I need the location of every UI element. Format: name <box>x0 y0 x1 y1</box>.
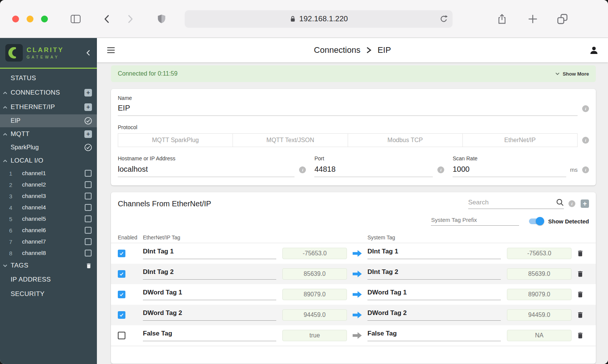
channel-checkbox[interactable] <box>85 170 92 177</box>
sidebar-channel-item[interactable]: 6 channel6 <box>0 225 97 236</box>
channels-title: Channels From EtherNet/IP <box>118 199 211 208</box>
account-button[interactable] <box>589 45 599 55</box>
sidebar-item-local-io[interactable]: LOCAL I/O <box>0 154 97 168</box>
sidebar-item-sparkplug[interactable]: SparkPlug <box>0 141 97 154</box>
tab-overview-button[interactable] <box>557 13 568 25</box>
enabled-checkbox[interactable] <box>118 291 125 298</box>
add-connection-button[interactable]: + <box>84 89 92 97</box>
eip-tag-name[interactable]: DWord Tag 2 <box>143 309 276 321</box>
hostname-input[interactable]: localhost <box>118 162 294 177</box>
sidebar-toggle-button[interactable] <box>70 14 81 24</box>
system-tag-name[interactable]: DInt Tag 1 <box>367 248 501 259</box>
check-icon <box>119 271 124 277</box>
scan-rate-input[interactable]: 1000 <box>453 162 566 177</box>
sidebar-channel-item[interactable]: 2 channel2 <box>0 179 97 190</box>
sidebar-channel-item[interactable]: 7 channel7 <box>0 236 97 247</box>
eip-tag-name[interactable]: DInt Tag 1 <box>143 248 276 259</box>
hamburger-menu-button[interactable] <box>106 45 116 55</box>
add-mqtt-button[interactable]: + <box>84 130 92 138</box>
enabled-checkbox[interactable] <box>118 270 125 278</box>
delete-row-button[interactable] <box>576 290 584 299</box>
channel-checkbox[interactable] <box>85 227 92 234</box>
add-ethernet-ip-button[interactable]: + <box>84 103 92 111</box>
protocol-option-modbus-tcp[interactable]: Modbus TCP <box>348 134 463 147</box>
delete-row-button[interactable] <box>576 331 584 340</box>
sidebar-channel-item[interactable]: 3 channel3 <box>0 190 97 202</box>
show-more-button[interactable]: Show More <box>555 71 589 77</box>
info-icon[interactable]: i <box>568 200 575 207</box>
channel-checkbox[interactable] <box>85 204 92 211</box>
channel-number: 8 <box>9 250 22 256</box>
check-circle-icon <box>84 143 92 152</box>
eip-tag-value: 94459.0 <box>282 309 347 321</box>
sidebar-item-tags[interactable]: TAGS <box>0 259 97 272</box>
info-icon[interactable]: i <box>582 137 589 144</box>
channel-label: channel8 <box>22 250 46 256</box>
system-tag-prefix-input[interactable]: System Tag Prefix <box>431 217 519 226</box>
eip-tag-name[interactable]: False Tag <box>143 330 276 341</box>
info-icon[interactable]: i <box>582 166 589 173</box>
eip-tag-value: true <box>282 330 347 341</box>
info-icon[interactable]: i <box>582 105 589 112</box>
add-channel-button[interactable]: + <box>581 199 589 208</box>
channel-checkbox[interactable] <box>85 238 92 245</box>
sidebar-item-ip-address[interactable]: IP ADDRESS <box>0 272 97 287</box>
back-button[interactable] <box>103 14 112 24</box>
delete-row-button[interactable] <box>576 270 584 278</box>
minimize-window-button[interactable] <box>27 16 33 22</box>
sidebar-channel-item[interactable]: 5 channel5 <box>0 213 97 225</box>
reload-button[interactable] <box>440 14 448 24</box>
sidebar-channel-item[interactable]: 1 channel1 <box>0 168 97 179</box>
system-tag-name[interactable]: DWord Tag 2 <box>367 309 501 321</box>
channel-checkbox[interactable] <box>85 250 92 256</box>
breadcrumb-parent[interactable]: Connections <box>314 45 360 55</box>
system-tag-name[interactable]: DWord Tag 1 <box>367 289 501 300</box>
table-row: False Tag true False Tag NA <box>111 325 596 346</box>
system-tag-name[interactable]: DInt Tag 2 <box>367 268 501 280</box>
system-tag-name[interactable]: False Tag <box>367 330 501 341</box>
delete-row-button[interactable] <box>576 249 584 258</box>
search-input[interactable]: Search <box>468 198 564 209</box>
sidebar-item-mqtt[interactable]: MQTT + <box>0 127 97 141</box>
channel-label: channel1 <box>22 170 46 177</box>
enabled-checkbox[interactable] <box>118 311 125 319</box>
close-window-button[interactable] <box>12 16 19 22</box>
enabled-checkbox[interactable] <box>118 332 125 339</box>
sidebar-channel-item[interactable]: 8 channel8 <box>0 247 97 259</box>
protocol-option-ethernet-ip[interactable]: EtherNet/IP <box>463 134 577 147</box>
channel-checkbox[interactable] <box>85 181 92 188</box>
zoom-window-button[interactable] <box>41 16 48 22</box>
system-tag-value: 85639.0 <box>507 268 572 280</box>
share-button[interactable] <box>497 13 507 25</box>
sidebar-item-status[interactable]: STATUS <box>0 71 97 85</box>
sidebar-item-security[interactable]: SECURITY <box>0 287 97 301</box>
info-icon[interactable]: i <box>299 166 306 173</box>
eip-tag-name[interactable]: DWord Tag 1 <box>143 289 276 300</box>
sidebar-channel-item[interactable]: 4 channel4 <box>0 202 97 213</box>
channels-table-body: DInt Tag 1 -75653.0 DInt Tag 1 -75653.0 … <box>111 243 596 346</box>
sidebar-item-connections[interactable]: CONNECTIONS + <box>0 85 97 100</box>
eip-tag-name[interactable]: DInt Tag 2 <box>143 268 276 280</box>
address-bar[interactable]: 192.168.1.220 <box>185 10 453 28</box>
trash-icon[interactable] <box>86 262 92 269</box>
name-input[interactable]: EIP <box>118 101 578 116</box>
delete-row-button[interactable] <box>576 311 584 319</box>
sidebar-item-eip[interactable]: EIP <box>0 114 97 127</box>
sidebar-item-ethernet-ip[interactable]: ETHERNET/IP + <box>0 100 97 114</box>
shield-icon <box>157 14 166 24</box>
show-detected-toggle[interactable] <box>529 218 543 224</box>
channel-checkbox[interactable] <box>85 215 92 222</box>
channel-checkbox[interactable] <box>85 193 92 199</box>
channel-number: 7 <box>9 239 22 245</box>
enabled-checkbox[interactable] <box>118 250 125 257</box>
info-icon[interactable]: i <box>437 166 444 173</box>
new-tab-button[interactable] <box>528 14 538 24</box>
port-input[interactable]: 44818 <box>314 162 433 177</box>
page-scroll-area[interactable]: Connected for 0:11:59 Show More Name EIP… <box>97 62 608 364</box>
sidebar-item-label: MQTT <box>11 130 30 138</box>
protocol-option-mqtt-sparkplug[interactable]: MQTT SparkPlug <box>118 134 233 147</box>
collapse-sidebar-button[interactable] <box>83 49 93 56</box>
forward-button[interactable] <box>125 14 135 24</box>
protocol-option-mqtt-text-json[interactable]: MQTT Text/JSON <box>233 134 348 147</box>
privacy-shield-button[interactable] <box>157 14 166 24</box>
